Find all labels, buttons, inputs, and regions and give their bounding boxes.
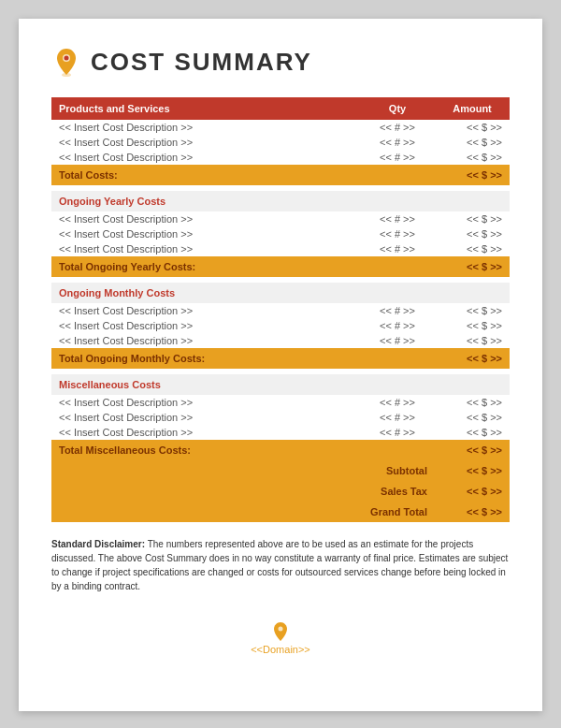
cost-description: << Insert Cost Description >> bbox=[51, 211, 360, 226]
cost-qty: << # >> bbox=[360, 120, 435, 135]
total-amount: << $ >> bbox=[435, 256, 510, 277]
cost-amount: << $ >> bbox=[435, 410, 510, 425]
cost-qty: << # >> bbox=[360, 425, 435, 440]
total-label: Total Miscellaneous Costs: bbox=[51, 440, 435, 460]
cost-amount: << $ >> bbox=[435, 318, 510, 333]
cost-description: << Insert Cost Description >> bbox=[51, 226, 360, 241]
cost-description: << Insert Cost Description >> bbox=[51, 120, 360, 135]
total-label: Total Costs: bbox=[51, 165, 435, 185]
cost-description: << Insert Cost Description >> bbox=[51, 241, 360, 256]
grandtotal-label: Grand Total bbox=[51, 502, 435, 522]
grandtotal-amount: << $ >> bbox=[435, 502, 510, 522]
cost-description: << Insert Cost Description >> bbox=[51, 135, 360, 150]
page: COST SUMMARY Products and Services Qty A… bbox=[19, 19, 542, 711]
total-amount: << $ >> bbox=[435, 165, 510, 185]
subtotal-label: Subtotal bbox=[51, 460, 435, 481]
disclaimer: Standard Disclaimer: The numbers represe… bbox=[51, 537, 510, 593]
cost-amount: << $ >> bbox=[435, 120, 510, 135]
section-header-row: Miscellaneous Costs bbox=[51, 374, 510, 395]
section-header-row: Ongoing Monthly Costs bbox=[51, 283, 510, 303]
salestax-label: Sales Tax bbox=[51, 481, 435, 502]
cost-amount: << $ >> bbox=[435, 226, 510, 241]
total-amount: << $ >> bbox=[435, 440, 510, 460]
cost-qty: << # >> bbox=[360, 226, 435, 241]
table-row: << Insert Cost Description >><< # >><< $… bbox=[51, 211, 510, 226]
total-label: Total Ongoing Yearly Costs: bbox=[51, 256, 435, 277]
svg-point-3 bbox=[279, 627, 283, 632]
footer-icon bbox=[272, 621, 289, 642]
cost-qty: << # >> bbox=[360, 303, 435, 318]
table-row: << Insert Cost Description >><< # >><< $… bbox=[51, 318, 510, 333]
total-row: Total Ongoing Monthly Costs:<< $ >> bbox=[51, 348, 510, 369]
cost-amount: << $ >> bbox=[435, 425, 510, 440]
cost-description: << Insert Cost Description >> bbox=[51, 425, 360, 440]
cost-qty: << # >> bbox=[360, 333, 435, 348]
cost-qty: << # >> bbox=[360, 318, 435, 333]
salestax-amount: << $ >> bbox=[435, 481, 510, 502]
cost-amount: << $ >> bbox=[435, 303, 510, 318]
table-row: << Insert Cost Description >><< # >><< $… bbox=[51, 226, 510, 241]
svg-point-2 bbox=[65, 56, 69, 61]
cost-amount: << $ >> bbox=[435, 135, 510, 150]
total-row: Total Ongoing Yearly Costs:<< $ >> bbox=[51, 256, 510, 277]
cost-description: << Insert Cost Description >> bbox=[51, 410, 360, 425]
salestax-row: Sales Tax<< $ >> bbox=[51, 481, 510, 502]
total-row: Total Costs:<< $ >> bbox=[51, 165, 510, 185]
cost-qty: << # >> bbox=[360, 150, 435, 165]
col-header-products: Products and Services bbox=[51, 97, 360, 120]
table-row: << Insert Cost Description >><< # >><< $… bbox=[51, 410, 510, 425]
total-amount: << $ >> bbox=[435, 348, 510, 369]
subtotal-row: Subtotal<< $ >> bbox=[51, 460, 510, 481]
total-label: Total Ongoing Monthly Costs: bbox=[51, 348, 435, 369]
logo-icon bbox=[51, 47, 81, 77]
cost-qty: << # >> bbox=[360, 395, 435, 410]
table-row: << Insert Cost Description >><< # >><< $… bbox=[51, 425, 510, 440]
page-title: COST SUMMARY bbox=[91, 48, 312, 77]
cost-amount: << $ >> bbox=[435, 150, 510, 165]
grandtotal-row: Grand Total<< $ >> bbox=[51, 502, 510, 522]
cost-qty: << # >> bbox=[360, 211, 435, 226]
cost-qty: << # >> bbox=[360, 135, 435, 150]
table-row: << Insert Cost Description >><< # >><< $… bbox=[51, 303, 510, 318]
table-row: << Insert Cost Description >><< # >><< $… bbox=[51, 150, 510, 165]
cost-amount: << $ >> bbox=[435, 241, 510, 256]
cost-description: << Insert Cost Description >> bbox=[51, 333, 360, 348]
cost-amount: << $ >> bbox=[435, 211, 510, 226]
cost-description: << Insert Cost Description >> bbox=[51, 150, 360, 165]
cost-description: << Insert Cost Description >> bbox=[51, 395, 360, 410]
cost-amount: << $ >> bbox=[435, 395, 510, 410]
cost-qty: << # >> bbox=[360, 410, 435, 425]
page-header: COST SUMMARY bbox=[51, 47, 510, 77]
footer: <<Domain>> bbox=[51, 621, 510, 655]
cost-description: << Insert Cost Description >> bbox=[51, 303, 360, 318]
disclaimer-bold: Standard Disclaimer: bbox=[51, 539, 145, 549]
cost-qty: << # >> bbox=[360, 241, 435, 256]
table-row: << Insert Cost Description >><< # >><< $… bbox=[51, 120, 510, 135]
subtotal-amount: << $ >> bbox=[435, 460, 510, 481]
footer-domain: <<Domain>> bbox=[51, 644, 510, 655]
table-row: << Insert Cost Description >><< # >><< $… bbox=[51, 135, 510, 150]
table-row: << Insert Cost Description >><< # >><< $… bbox=[51, 241, 510, 256]
cost-description: << Insert Cost Description >> bbox=[51, 318, 360, 333]
cost-table: Products and Services Qty Amount << Inse… bbox=[51, 97, 510, 522]
col-header-amount: Amount bbox=[435, 97, 510, 120]
section-header-row: Ongoing Yearly Costs bbox=[51, 191, 510, 211]
total-row: Total Miscellaneous Costs:<< $ >> bbox=[51, 440, 510, 460]
cost-amount: << $ >> bbox=[435, 333, 510, 348]
col-header-qty: Qty bbox=[360, 97, 435, 120]
table-row: << Insert Cost Description >><< # >><< $… bbox=[51, 333, 510, 348]
table-row: << Insert Cost Description >><< # >><< $… bbox=[51, 395, 510, 410]
